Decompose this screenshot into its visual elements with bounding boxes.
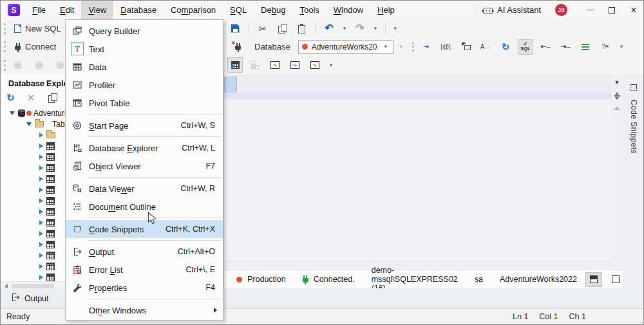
splitter-handle-icon[interactable] (614, 92, 620, 100)
chevron-down-icon[interactable]: ▼ (372, 26, 379, 32)
increase-indent-button[interactable]: ⇥– (558, 39, 573, 55)
expand-arrow-icon[interactable] (39, 275, 43, 280)
toolbar-grip[interactable] (4, 60, 6, 71)
database-combobox[interactable]: AdventureWorks20... ▼ (298, 40, 393, 54)
copy-button[interactable] (274, 21, 290, 36)
menu-item-code-snippets[interactable]: Code SnippetsCtrl+K, Ctrl+X (66, 220, 223, 238)
chart-import-button[interactable]: ∿↓ (287, 57, 303, 73)
save-all-button[interactable] (227, 21, 243, 36)
menubar-item-edit[interactable]: Edit (53, 1, 81, 19)
expand-arrow-icon[interactable] (39, 133, 43, 138)
refresh-icon[interactable]: ↻ (6, 93, 15, 102)
indent-block-button[interactable]: ⇥ (418, 39, 433, 55)
scroll-up-icon[interactable] (614, 106, 620, 110)
menubar-item-help[interactable]: Help (370, 1, 402, 19)
toolbar-grip[interactable] (4, 23, 6, 34)
menubar-item-debug[interactable]: Debug (254, 1, 292, 19)
resize-grip[interactable] (641, 322, 642, 323)
menubar-item-database[interactable]: Database (113, 1, 164, 19)
document-tab[interactable] (224, 77, 237, 93)
database-button[interactable] (31, 57, 46, 73)
data-grid-view-button[interactable] (227, 57, 243, 73)
menu-item-error-list[interactable]: Error ListCtrl+\, E (66, 261, 223, 279)
close-button[interactable]: × (623, 1, 644, 19)
expand-arrow-icon[interactable] (39, 154, 43, 160)
output-tab[interactable]: Output (10, 292, 49, 304)
maximize-button[interactable] (601, 1, 623, 19)
format-document-button[interactable] (578, 39, 593, 55)
toolbar-grip[interactable] (412, 42, 414, 51)
new-sql-button[interactable] (10, 21, 25, 36)
disconnect-button[interactable]: × (230, 39, 245, 55)
cut-button[interactable]: ✂ (255, 21, 270, 36)
rename-pointer-button[interactable] (458, 39, 473, 55)
menu-item-profiler[interactable]: Profiler (66, 76, 223, 94)
menubar-item-comparison[interactable]: Comparison (164, 1, 223, 19)
menu-item-data-viewer[interactable]: Data ViewerCtrl+W, R (66, 180, 223, 198)
expand-arrow-icon[interactable] (39, 176, 43, 181)
database-button[interactable] (10, 57, 25, 73)
collapse-arrow-icon[interactable] (10, 111, 15, 115)
menubar-item-sql[interactable]: SQL (223, 1, 254, 19)
decrease-indent-button[interactable]: ⇤– (538, 39, 553, 55)
menu-item-start-page[interactable]: Start PageCtrl+W, S (66, 116, 223, 135)
expand-arrow-icon[interactable] (39, 165, 43, 171)
redo-button[interactable]: ↷ (352, 21, 368, 36)
close-icon[interactable]: ✕ (27, 93, 35, 102)
connect-button[interactable] (10, 39, 25, 55)
sql-editor[interactable] (224, 93, 611, 261)
expand-arrow-icon[interactable] (39, 242, 43, 247)
duplicate-icon[interactable] (47, 93, 57, 103)
refresh-button[interactable]: ↻ (498, 39, 513, 55)
navigate-button[interactable]: A→ (478, 39, 493, 55)
chevron-down-icon[interactable]: ▼ (392, 26, 399, 32)
menubar-item-file[interactable]: File (25, 1, 53, 19)
chevron-down-icon[interactable]: ▼ (327, 62, 335, 68)
menu-item-object-viewer[interactable]: Object ViewerF7 (66, 157, 223, 175)
check-sql-syntax-button[interactable]: ✓SQL (518, 39, 533, 55)
expand-arrow-icon[interactable] (39, 198, 43, 203)
chevron-down-icon[interactable]: ▼ (397, 44, 405, 50)
menu-item-document-outline[interactable]: Document Outline (66, 198, 223, 216)
expand-arrow-icon[interactable] (39, 264, 43, 269)
menubar-item-window[interactable]: Window (327, 1, 370, 19)
menu-item-output[interactable]: OutputCtrl+Alt+O (66, 243, 223, 261)
menu-item-properties[interactable]: PropertiesF4 (66, 279, 223, 297)
collapse-arrow-icon[interactable] (26, 122, 32, 126)
new-sql-label[interactable]: New SQL (25, 24, 61, 33)
menu-item-pivot-table[interactable]: Pivot Table (66, 94, 223, 112)
tab-list-dropdown-icon[interactable]: ▼ (614, 79, 620, 86)
toolbar-grip[interactable] (4, 41, 6, 52)
toolbar-separator (385, 22, 386, 35)
split-horizontal-button[interactable] (585, 272, 602, 287)
find-macro-button[interactable]: [@] (438, 39, 453, 55)
undo-button[interactable]: ↶ (321, 21, 337, 36)
comment-lines-button[interactable]: ?≡ (598, 39, 613, 55)
menu-item-other-windows[interactable]: Other Windows (66, 301, 223, 319)
menubar-item-tools[interactable]: Tools (292, 1, 326, 19)
menu-item-query-builder[interactable]: Query Builder (66, 22, 223, 40)
ai-assistant-button[interactable]: AI Assistant (497, 5, 541, 15)
chart-pivot-button[interactable]: ∿ (307, 57, 323, 73)
menubar-item-view[interactable]: View (81, 1, 113, 19)
expand-arrow-icon[interactable] (39, 209, 43, 214)
code-snippets-tab[interactable]: Code Snippets (623, 74, 644, 154)
toolbar-separator (315, 22, 316, 35)
menu-item-data[interactable]: Data (66, 58, 223, 76)
connect-label[interactable]: Connect (25, 42, 56, 51)
menu-item-text[interactable]: Text (66, 40, 223, 58)
paste-button[interactable] (294, 21, 309, 36)
chart-button[interactable]: ∿ (267, 57, 283, 73)
single-pane-button[interactable] (607, 272, 624, 287)
menu-item-database-explorer[interactable]: Database ExplorerCtrl+W, L (66, 139, 223, 157)
expand-arrow-icon[interactable] (39, 253, 43, 258)
expand-arrow-icon[interactable] (39, 187, 43, 192)
chevron-down-icon[interactable]: ▼ (618, 44, 625, 50)
chevron-down-icon[interactable]: ▼ (341, 26, 348, 32)
diagram-button[interactable] (247, 57, 263, 73)
expand-arrow-icon[interactable] (39, 231, 43, 236)
expand-arrow-icon[interactable] (39, 220, 43, 225)
expand-arrow-icon[interactable] (39, 144, 43, 149)
minimize-button[interactable] (579, 1, 601, 19)
user-avatar-badge[interactable]: JS (555, 4, 567, 16)
